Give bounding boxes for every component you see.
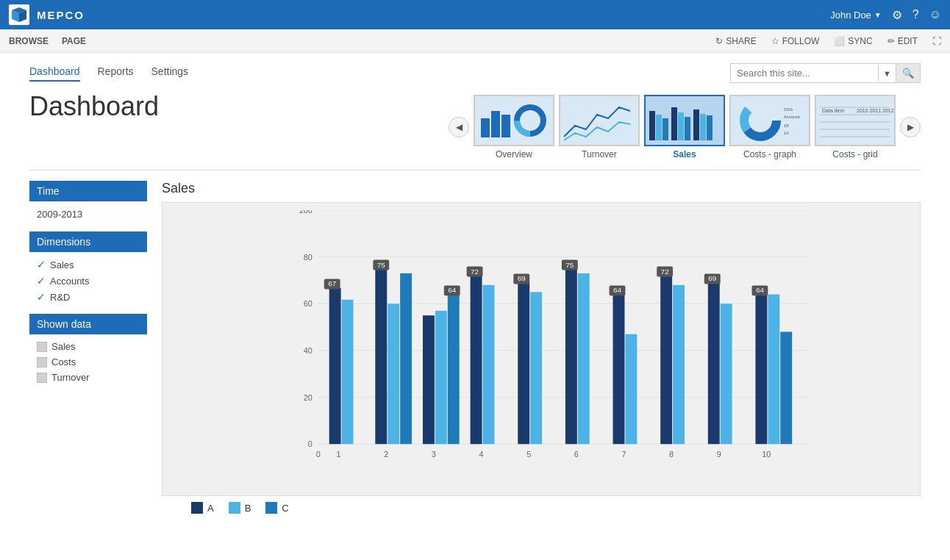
carousel-label-costs-grid: Costs - grid xyxy=(832,149,877,159)
dimension-sales[interactable]: ✓ Sales xyxy=(29,256,147,273)
time-value[interactable]: 2009-2013 xyxy=(29,206,147,223)
tab-settings[interactable]: Settings xyxy=(151,65,189,82)
legend-label-c: C xyxy=(282,503,288,514)
time-header: Time xyxy=(29,181,147,201)
shown-costs[interactable]: Costs xyxy=(29,354,147,370)
svg-rect-66 xyxy=(530,292,542,444)
svg-rect-61 xyxy=(471,276,482,444)
user-name: John Doe xyxy=(830,10,871,21)
svg-rect-81 xyxy=(708,283,720,445)
svg-text:2: 2 xyxy=(384,450,388,459)
sync-button[interactable]: ⬜ SYNC xyxy=(834,36,872,46)
sync-icon: ⬜ xyxy=(834,36,845,46)
svg-rect-4 xyxy=(501,115,510,137)
svg-rect-58 xyxy=(448,295,460,445)
search-button[interactable]: 🔍 xyxy=(896,64,920,82)
svg-rect-14 xyxy=(685,117,690,140)
edit-label: EDIT xyxy=(898,36,918,46)
help-icon[interactable]: ? xyxy=(913,8,919,21)
carousel: ◀ Overview xyxy=(449,95,921,159)
user-circle-icon[interactable]: ☺ xyxy=(929,8,941,21)
svg-text:8: 8 xyxy=(669,450,674,459)
logo-icon xyxy=(9,4,29,25)
shown-box-icon xyxy=(37,357,47,367)
svg-rect-3 xyxy=(491,111,500,137)
svg-text:40: 40 xyxy=(304,346,312,355)
legend-box-b xyxy=(229,502,240,514)
svg-text:75: 75 xyxy=(565,261,574,269)
pencil-icon: ✏ xyxy=(888,36,895,46)
subbar-left: BROWSE PAGE xyxy=(9,36,86,46)
svg-text:10: 10 xyxy=(762,450,771,459)
chart-svg: 100 80 60 40 20 0 67 xyxy=(192,210,913,473)
search-dropdown-button[interactable]: ▼ xyxy=(878,65,896,82)
chevron-down-icon: ▼ xyxy=(874,11,882,19)
share-label: SHARE xyxy=(726,36,756,46)
main-nav: Dashboard Reports Settings ▼ 🔍 xyxy=(0,53,950,83)
svg-rect-82 xyxy=(721,304,732,444)
svg-rect-17 xyxy=(707,115,712,140)
follow-button[interactable]: ☆ FOLLOW xyxy=(771,36,820,46)
svg-text:3: 3 xyxy=(432,450,436,459)
user-menu[interactable]: John Doe ▼ xyxy=(830,10,882,21)
page-button[interactable]: PAGE xyxy=(62,36,86,46)
svg-rect-87 xyxy=(780,331,792,444)
carousel-item-turnover[interactable]: Turnover xyxy=(559,95,640,159)
fullscreen-button[interactable]: ⛶ xyxy=(932,36,941,46)
svg-rect-51 xyxy=(375,269,387,445)
svg-rect-62 xyxy=(483,285,495,444)
shown-turnover-label: Turnover xyxy=(51,372,90,383)
svg-text:4: 4 xyxy=(479,450,483,459)
check-icon: ✓ xyxy=(37,275,46,287)
carousel-prev-button[interactable]: ◀ xyxy=(449,117,469,137)
svg-text:75: 75 xyxy=(377,261,386,269)
svg-text:72: 72 xyxy=(471,268,479,276)
svg-rect-16 xyxy=(700,114,706,140)
carousel-label-overview: Overview xyxy=(496,149,532,159)
search-input[interactable] xyxy=(731,64,878,82)
dimension-accounts[interactable]: ✓ Accounts xyxy=(29,273,147,289)
svg-rect-73 xyxy=(613,295,625,445)
svg-rect-9 xyxy=(649,111,655,140)
gear-icon[interactable]: ⚙ xyxy=(892,8,902,22)
carousel-next-button[interactable]: ▶ xyxy=(900,117,921,137)
svg-rect-78 xyxy=(673,285,685,444)
svg-rect-53 xyxy=(400,273,412,444)
shown-sales[interactable]: Sales xyxy=(29,339,147,354)
browse-button[interactable]: BROWSE xyxy=(9,36,49,46)
carousel-item-costs-graph[interactable]: 53% Account 18 14 Costs - graph xyxy=(729,95,810,159)
svg-rect-7 xyxy=(560,96,638,145)
svg-rect-47 xyxy=(329,288,341,444)
carousel-item-costs-grid[interactable]: Data Item 2010 2011 2012 Costs - grid xyxy=(815,95,896,159)
shown-turnover[interactable]: Turnover xyxy=(29,370,147,385)
svg-text:0: 0 xyxy=(308,439,312,448)
carousel-item-sales[interactable]: Sales xyxy=(644,95,725,159)
nav-tabs: Dashboard Reports Settings xyxy=(29,65,188,82)
divider xyxy=(29,170,921,170)
shown-costs-label: Costs xyxy=(51,356,76,367)
shown-sales-label: Sales xyxy=(51,341,76,352)
svg-text:14: 14 xyxy=(784,131,789,135)
legend-item-b: B xyxy=(229,502,251,514)
svg-rect-11 xyxy=(662,118,668,140)
svg-rect-69 xyxy=(565,269,577,445)
svg-text:72: 72 xyxy=(661,268,670,276)
share-icon: ↻ xyxy=(715,36,723,46)
share-button[interactable]: ↻ SHARE xyxy=(715,36,756,46)
svg-rect-2 xyxy=(481,118,490,137)
svg-rect-10 xyxy=(656,115,662,140)
carousel-label-sales: Sales xyxy=(673,149,696,159)
carousel-item-overview[interactable]: Overview xyxy=(474,95,554,159)
svg-text:5: 5 xyxy=(526,450,531,459)
svg-text:64: 64 xyxy=(448,286,457,294)
svg-text:9: 9 xyxy=(717,450,721,459)
shown-data-header: Shown data xyxy=(29,314,147,334)
dimension-rd[interactable]: ✓ R&D xyxy=(29,289,147,305)
follow-label: FOLLOW xyxy=(782,36,820,46)
svg-rect-56 xyxy=(423,315,435,444)
edit-button[interactable]: ✏ EDIT xyxy=(888,36,918,46)
tab-reports[interactable]: Reports xyxy=(98,65,134,82)
shown-box-icon xyxy=(37,342,47,352)
check-icon: ✓ xyxy=(37,259,46,270)
tab-dashboard[interactable]: Dashboard xyxy=(29,65,80,82)
